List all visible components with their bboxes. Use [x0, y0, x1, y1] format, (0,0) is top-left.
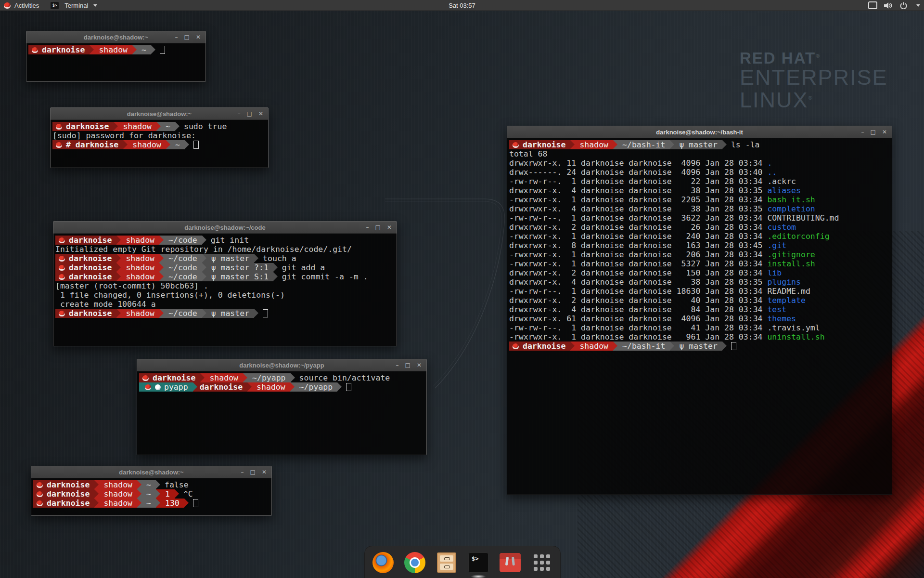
activities-button[interactable]: Activities [13, 2, 43, 9]
prompt-segment-exit: 130 [160, 499, 184, 508]
powerline-arrow-icon [243, 373, 247, 382]
prompt-segment-git: ψ master S:1 [206, 272, 273, 281]
chevron-down-icon [93, 4, 97, 7]
close-button[interactable]: ✕ [196, 31, 201, 43]
maximize-button[interactable]: □ [247, 108, 252, 119]
prompt-segment-path: ~/code [164, 309, 202, 318]
window-titlebar[interactable]: darknoise@shadow:~/bash-it –□✕ [507, 126, 892, 138]
files-icon[interactable] [436, 552, 457, 573]
window-controls: –□✕ [241, 466, 267, 478]
app-grid-icon[interactable] [531, 552, 552, 573]
prompt-segment-path: ~/code [164, 254, 202, 263]
terminal-text: -rwxrwxr-x. 1 darknoise darknoise 240 Ja… [509, 232, 767, 241]
segment-label: 130 [165, 499, 180, 508]
minimize-button[interactable]: – [396, 359, 399, 371]
terminal-line: [sudo] password for darknoise: [52, 131, 266, 140]
prompt-segment-git: ψ master [206, 309, 254, 318]
maximize-button[interactable]: □ [184, 31, 190, 43]
chevron-down-icon[interactable] [916, 4, 920, 7]
app-menu-button[interactable]: Terminal [64, 2, 88, 9]
minimize-button[interactable]: – [238, 108, 241, 119]
close-button[interactable]: ✕ [258, 108, 263, 119]
toolbox-icon[interactable] [500, 552, 521, 573]
segment-label: ~ [166, 122, 170, 131]
terminal-line: total 68 [509, 149, 889, 158]
terminal-text: drwxrwxr-x. 4 darknoise darknoise 38 Jan… [509, 204, 767, 213]
segment-label: ~/bash-it [622, 342, 665, 351]
prompt-segment-user: darknoise [509, 140, 570, 149]
powerline-arrow-icon [159, 254, 164, 263]
redhat-icon [142, 375, 149, 381]
window-controls: –□✕ [175, 31, 201, 43]
minimize-button[interactable]: – [241, 466, 244, 478]
segment-label: darknoise [69, 309, 112, 318]
minimize-button[interactable]: – [861, 126, 864, 138]
prompt-segment-user: darknoise [55, 309, 116, 318]
volume-icon[interactable] [884, 2, 893, 9]
terminal-text: custom [767, 223, 796, 232]
terminal-body[interactable]: darknoiseshadow~/bash-itψ masterls -lato… [507, 138, 892, 495]
maximize-button[interactable]: □ [375, 222, 381, 233]
close-button[interactable]: ✕ [882, 126, 887, 138]
segment-label: ~/bash-it [622, 140, 665, 149]
terminal-line: darknoiseshadow~1^C [33, 489, 269, 499]
segment-label: 1 [165, 489, 170, 499]
maximize-button[interactable]: □ [871, 126, 876, 138]
maximize-button[interactable]: □ [405, 359, 411, 371]
window-titlebar[interactable]: darknoise@shadow:~ –□✕ [26, 31, 205, 43]
terminal-cursor [193, 499, 198, 507]
maximize-button[interactable]: □ [250, 466, 256, 478]
terminal-window-home-small: darknoise@shadow:~ –□✕ darknoiseshadow~ [26, 31, 206, 82]
terminal-window-bash-it: darknoise@shadow:~/bash-it –□✕ darknoise… [507, 126, 892, 495]
segment-label: shadow [126, 236, 154, 245]
prompt-segment-host: shadow [128, 140, 166, 149]
terminal-line: -rwxrwxr-x. 1 darknoise darknoise 2205 J… [509, 195, 889, 204]
minimize-button[interactable]: – [366, 222, 369, 233]
terminal-line: darknoiseshadow~/bash-itψ masterls -la [509, 140, 889, 149]
window-titlebar[interactable]: darknoise@shadow:~/pyapp –□✕ [137, 359, 426, 371]
terminal-text: .ackrc [767, 177, 796, 186]
window-titlebar[interactable]: darknoise@shadow:~ –□✕ [51, 108, 268, 120]
firefox-icon[interactable] [372, 552, 394, 573]
terminal-body[interactable]: darknoiseshadow~/codegit initInitialized… [53, 234, 397, 346]
close-button[interactable]: ✕ [262, 466, 267, 478]
close-button[interactable]: ✕ [387, 222, 392, 233]
python-icon [155, 384, 161, 390]
terminal-line: darknoiseshadow~ [28, 45, 203, 54]
terminal-text: test [767, 305, 786, 314]
terminal-text: README.md [767, 287, 810, 296]
git-branch-label: ψ master [679, 342, 717, 351]
window-titlebar[interactable]: darknoise@shadow:~ –□✕ [31, 466, 271, 478]
segment-label: ~/pyapp [252, 373, 286, 382]
terminal-line: drwxrwxr-x. 4 darknoise darknoise 38 Jan… [509, 204, 889, 213]
powerline-arrow-icon [116, 309, 121, 318]
powerline-arrow-icon [202, 272, 206, 281]
terminal-cursor [193, 141, 199, 149]
terminal-body[interactable]: darknoiseshadow~falsedarknoiseshadow~1^C… [31, 478, 271, 515]
segment-label: darknoise [153, 373, 195, 382]
prompt-segment-user: darknoise [55, 272, 116, 281]
terminal-line: darknoiseshadow~false [33, 480, 269, 489]
terminal-text: ls -la [731, 140, 760, 149]
clock[interactable]: Sat 03:57 [449, 2, 475, 9]
window-titlebar[interactable]: darknoise@shadow:~/code –□✕ [53, 222, 397, 234]
close-button[interactable]: ✕ [417, 359, 422, 371]
prompt-segment-host: shadow [121, 272, 159, 281]
prompt-segment-path: ~/code [164, 263, 202, 272]
power-icon[interactable] [900, 2, 907, 9]
prompt-segment-host: shadow [121, 309, 159, 318]
terminal-body[interactable]: darknoiseshadow~ [26, 43, 205, 81]
powerline-arrow-icon [254, 309, 258, 318]
terminal-icon[interactable]: $> [468, 552, 489, 573]
terminal-body[interactable]: darknoiseshadow~sudo true[sudo] password… [51, 120, 268, 168]
powerline-arrow-icon [254, 254, 258, 263]
powerline-arrow-icon [175, 489, 179, 499]
minimize-button[interactable]: – [175, 31, 178, 43]
screen-icon[interactable] [868, 1, 877, 9]
segment-label: darknoise [66, 122, 109, 131]
segment-label: darknoise [47, 480, 90, 489]
chrome-icon[interactable] [404, 552, 425, 573]
segment-label: darknoise [69, 236, 112, 245]
redhat-icon [37, 482, 43, 488]
terminal-body[interactable]: darknoiseshadow~/pyappsource bin/activat… [137, 371, 426, 455]
